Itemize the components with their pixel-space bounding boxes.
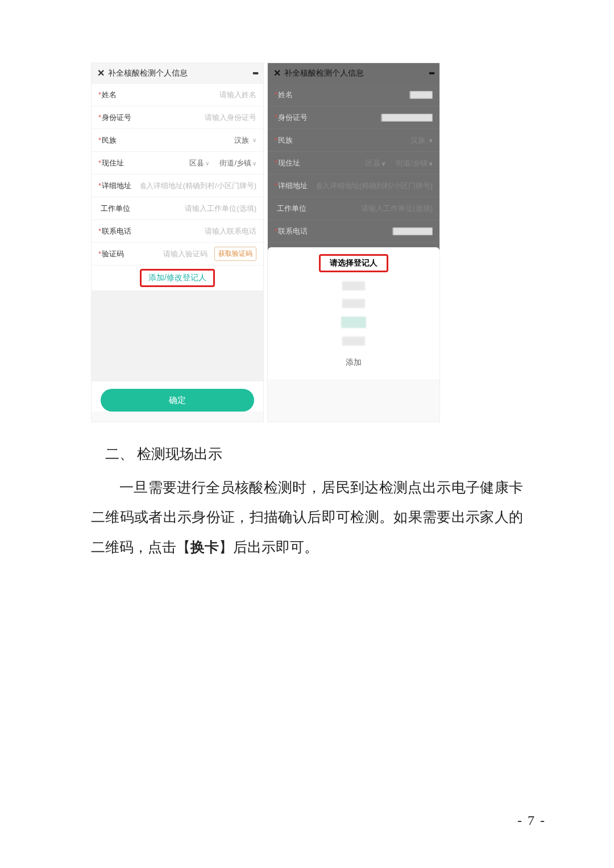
work-input[interactable]: 请输入工作单位(选填) — [140, 203, 256, 214]
phone-title: 补全核酸检测个人信息 — [108, 68, 252, 78]
paragraph: 一旦需要进行全员核酸检测时，居民到达检测点出示电子健康卡二维码或者出示身份证，扫… — [91, 473, 523, 563]
row-id: *身份证号 请输入身份证号 — [92, 106, 263, 129]
registrant-option[interactable] — [342, 281, 365, 290]
empty-area — [92, 290, 263, 381]
close-icon[interactable]: ✕ — [97, 68, 105, 78]
row-work: 工作单位 请输入工作单位(选填) — [92, 197, 263, 220]
registrant-option[interactable] — [342, 299, 365, 308]
captcha-input[interactable]: 请输入验证码 — [163, 249, 208, 259]
ethnicity-select[interactable]: 汉族∨ — [140, 135, 256, 146]
section-heading: 二、 检测现场出示 — [91, 439, 523, 470]
sheet-title: 请选择登记人 — [319, 254, 388, 272]
add-modify-row: 添加/修改登记人 — [92, 265, 263, 290]
redacted-phone — [393, 227, 433, 235]
row-captcha: *验证码 请输入验证码 获取验证码 — [92, 243, 263, 265]
registrant-sheet: 请选择登记人 添加 — [268, 247, 439, 379]
more-icon[interactable]: ••• — [429, 69, 434, 78]
phone-header: ✕ 补全核酸检测个人信息 ••• — [92, 63, 263, 84]
phone-screenshot-2: ✕ 补全核酸检测个人信息 ••• *姓名 *身份证号 *民族 汉族 — [267, 63, 440, 422]
id-input[interactable]: 请输入身份证号 — [140, 113, 256, 123]
registrant-option[interactable] — [342, 337, 365, 346]
township-select[interactable]: 街道/乡镇∨ — [219, 158, 256, 168]
chevron-down-icon: ∨ — [252, 137, 256, 143]
close-icon[interactable]: ✕ — [273, 68, 281, 78]
row-address: *现住址 区县∨ 街道/乡镇∨ — [92, 152, 263, 175]
add-modify-registrant-link[interactable]: 添加/修改登记人 — [140, 269, 215, 287]
confirm-button[interactable]: 确定 — [101, 389, 254, 412]
detail-input[interactable]: 请输入详细地址(精确到村/小区门牌号) — [140, 181, 256, 191]
redacted-id — [381, 114, 433, 122]
screenshots-row: ✕ 补全核酸检测个人信息 ••• *姓名 请输入姓名 *身份证号 请输入身份证号… — [91, 63, 523, 422]
row-ethnicity: *民族 汉族∨ — [92, 129, 263, 152]
page-number: - 7 - — [517, 813, 546, 828]
row-phone: *联系电话 请输入联系电话 — [92, 220, 263, 243]
redacted-name — [410, 91, 433, 99]
phone-header-2: ✕ 补全核酸检测个人信息 ••• — [268, 63, 439, 84]
phone-title-2: 补全核酸检测个人信息 — [284, 68, 429, 78]
row-name: *姓名 请输入姓名 — [92, 84, 263, 106]
phone-screenshot-1: ✕ 补全核酸检测个人信息 ••• *姓名 请输入姓名 *身份证号 请输入身份证号… — [91, 63, 264, 422]
more-icon[interactable]: ••• — [252, 69, 258, 78]
get-code-button[interactable]: 获取验证码 — [214, 247, 256, 261]
name-input[interactable]: 请输入姓名 — [140, 90, 256, 100]
phone-input[interactable]: 请输入联系电话 — [140, 226, 256, 236]
document-body: 二、 检测现场出示 一旦需要进行全员核酸检测时，居民到达检测点出示电子健康卡二维… — [91, 439, 523, 562]
registrant-option[interactable] — [341, 317, 366, 328]
district-select[interactable]: 区县∨ — [189, 158, 209, 168]
row-detail: *详细地址 请输入详细地址(精确到村/小区门牌号) — [92, 175, 263, 197]
sheet-add-button[interactable]: 添加 — [346, 358, 362, 368]
